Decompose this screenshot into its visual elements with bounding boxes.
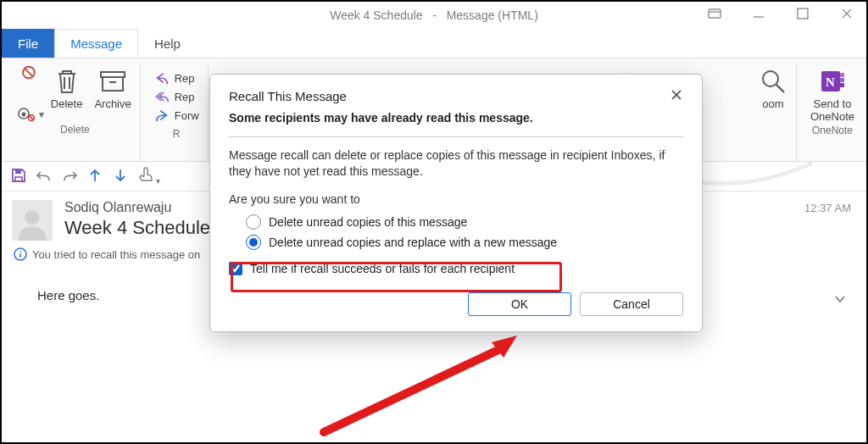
dialog-heading: Some recipients may have already read th… <box>229 111 683 125</box>
checkbox-tell-me[interactable]: Tell me if recall succeeds or fails for … <box>229 262 683 275</box>
radio-delete-unread[interactable]: Delete unread copies of this message <box>246 214 683 230</box>
radio-delete-unread-label: Delete unread copies of this message <box>269 215 467 229</box>
dialog-prompt: Are you sure you want to <box>229 191 683 208</box>
radio-delete-and-replace[interactable]: Delete unread copies and replace with a … <box>246 235 683 250</box>
dialog-title: Recall This Message <box>229 89 347 103</box>
checkbox-tell-me-label: Tell me if recall succeeds or fails for … <box>250 262 515 275</box>
radio-delete-and-replace-label: Delete unread copies and replace with a … <box>269 236 557 249</box>
cancel-button[interactable]: Cancel <box>580 292 683 316</box>
dialog-explain: Message recall can delete or replace cop… <box>229 147 683 180</box>
ok-button[interactable]: OK <box>468 292 571 316</box>
dialog-close-button[interactable] <box>670 88 683 104</box>
check-icon <box>229 262 242 275</box>
recall-dialog: Recall This Message Some recipients may … <box>209 74 703 332</box>
